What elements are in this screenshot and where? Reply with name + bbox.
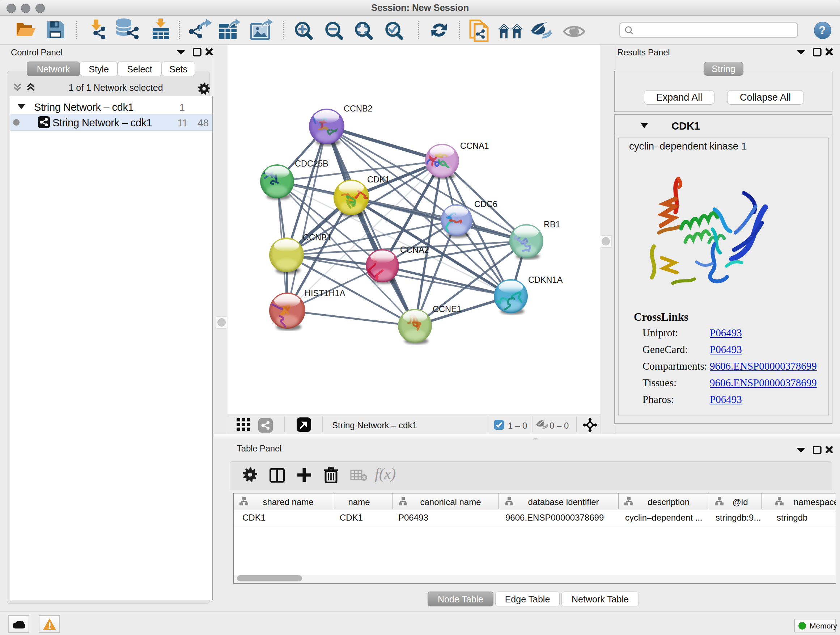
svg-text:CCNA1: CCNA1 <box>460 141 489 150</box>
svg-text:CCNB1: CCNB1 <box>303 233 332 242</box>
svg-text:CDC6: CDC6 <box>474 200 497 209</box>
svg-text:CDK1: CDK1 <box>367 175 390 184</box>
svg-text:CDKN1A: CDKN1A <box>528 275 563 285</box>
svg-text:CDC25B: CDC25B <box>295 159 328 168</box>
svg-text:RB1: RB1 <box>544 220 561 229</box>
svg-text:CCNE1: CCNE1 <box>433 304 462 314</box>
svg-text:HIST1H1A: HIST1H1A <box>305 288 346 298</box>
svg-text:CCNA2: CCNA2 <box>400 245 429 255</box>
svg-text:CCNB2: CCNB2 <box>344 104 373 113</box>
